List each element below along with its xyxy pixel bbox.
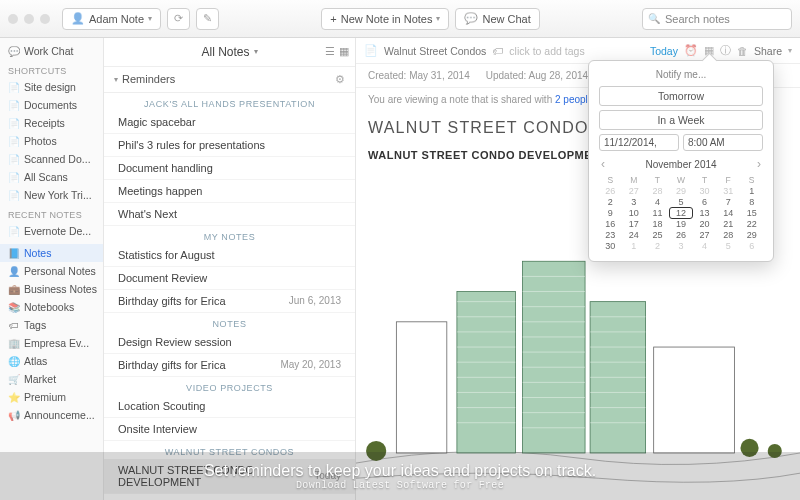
sidebar-nav-item[interactable]: 💼Business Notes xyxy=(0,280,103,298)
calendar-day[interactable]: 30 xyxy=(693,186,716,196)
note-row[interactable]: Meetings happen xyxy=(104,180,355,203)
calendar-day[interactable]: 2 xyxy=(599,197,622,207)
note-row[interactable]: Design Review session xyxy=(104,331,355,354)
sidebar-nav-item[interactable]: 📚Notebooks xyxy=(0,298,103,316)
calendar-day[interactable]: 9 xyxy=(599,208,622,218)
calendar-day[interactable]: 7 xyxy=(717,197,740,207)
notifications-button[interactable]: ✎ xyxy=(196,8,219,30)
note-row[interactable]: Onsite Interview xyxy=(104,418,355,441)
sidebar-item[interactable]: 📄Documents xyxy=(0,96,103,114)
calendar-day[interactable]: 16 xyxy=(599,219,622,229)
sidebar-nav-item[interactable]: 🛒Market xyxy=(0,370,103,388)
note-row[interactable]: Document handling xyxy=(104,157,355,180)
note-row[interactable]: Document Review xyxy=(104,267,355,290)
info-icon[interactable]: ⓘ xyxy=(720,43,731,58)
note-row[interactable]: Phil's 3 rules for presentations xyxy=(104,134,355,157)
calendar-day[interactable]: 26 xyxy=(599,186,622,196)
calendar-day[interactable]: 5 xyxy=(717,241,740,251)
calendar-day[interactable]: 15 xyxy=(740,208,763,218)
notify-in-a-week-button[interactable]: In a Week xyxy=(599,110,763,130)
calendar-day[interactable]: 28 xyxy=(717,230,740,240)
account-menu[interactable]: 👤 Adam Note ▾ xyxy=(62,8,161,30)
calendar-day[interactable]: 30 xyxy=(599,241,622,251)
calendar-day[interactable]: 27 xyxy=(623,186,646,196)
calendar-day[interactable]: 27 xyxy=(693,230,716,240)
note-row[interactable]: Birthday gifts for EricaJun 6, 2013 xyxy=(104,290,355,313)
calendar-day[interactable]: 6 xyxy=(693,197,716,207)
sidebar-item[interactable]: 📄Site design xyxy=(0,78,103,96)
calendar-day[interactable]: 22 xyxy=(740,219,763,229)
calendar-day[interactable]: 20 xyxy=(693,219,716,229)
note-row[interactable]: Magic spacebar xyxy=(104,111,355,134)
sidebar-nav-item[interactable]: 🌐Atlas xyxy=(0,352,103,370)
note-row[interactable]: WALNUT STREET CONDO DEVELOPMENTToday xyxy=(104,459,355,494)
new-note-button[interactable]: + New Note in Notes ▾ xyxy=(321,8,449,30)
calendar-day[interactable]: 18 xyxy=(646,219,669,229)
sidebar-nav-item[interactable]: 🏷Tags xyxy=(0,316,103,334)
prev-month-button[interactable]: ‹ xyxy=(601,157,605,171)
calendar-day[interactable]: 3 xyxy=(670,241,693,251)
calendar-day[interactable]: 1 xyxy=(623,241,646,251)
note-list-header[interactable]: All Notes ▾ ☰ ▦ xyxy=(104,38,355,67)
note-row[interactable]: What's Next xyxy=(104,203,355,226)
trash-icon[interactable]: 🗑 xyxy=(737,45,748,57)
reminders-section[interactable]: ▾ Reminders ⚙ xyxy=(104,67,355,93)
close-dot[interactable] xyxy=(8,14,18,24)
calendar-day[interactable]: 4 xyxy=(693,241,716,251)
calendar-day[interactable]: 23 xyxy=(599,230,622,240)
calendar-day[interactable]: 11 xyxy=(646,208,669,218)
gear-icon[interactable]: ⚙ xyxy=(335,73,345,86)
reminder-time-field[interactable]: 8:00 AM xyxy=(683,134,763,151)
calendar-day[interactable]: 10 xyxy=(623,208,646,218)
calendar-day[interactable]: 24 xyxy=(623,230,646,240)
sidebar-item-workchat[interactable]: 💬 Work Chat xyxy=(0,42,103,60)
calendar-day[interactable]: 6 xyxy=(740,241,763,251)
reminder-today-label[interactable]: Today xyxy=(650,45,678,57)
calendar-day[interactable]: 3 xyxy=(623,197,646,207)
calendar-day[interactable]: 26 xyxy=(670,230,693,240)
calendar-day[interactable]: 21 xyxy=(717,219,740,229)
new-chat-button[interactable]: 💬 New Chat xyxy=(455,8,539,30)
search-input[interactable]: Search notes xyxy=(642,8,792,30)
share-button[interactable]: Share xyxy=(754,45,782,57)
sidebar-nav-item[interactable]: 👤Personal Notes xyxy=(0,262,103,280)
sidebar-item[interactable]: 📄All Scans xyxy=(0,168,103,186)
sidebar-nav-item[interactable]: 📢Announceme... xyxy=(0,406,103,424)
list-view-icon[interactable]: ☰ xyxy=(325,45,335,58)
calendar-day[interactable]: 29 xyxy=(670,186,693,196)
calendar-day[interactable]: 25 xyxy=(646,230,669,240)
calendar-day[interactable]: 5 xyxy=(670,197,693,207)
calendar-day[interactable]: 28 xyxy=(646,186,669,196)
calendar-day[interactable]: 17 xyxy=(623,219,646,229)
sync-button[interactable]: ⟳ xyxy=(167,8,190,30)
zoom-dot[interactable] xyxy=(40,14,50,24)
sidebar-nav-item[interactable]: 📘Notes xyxy=(0,244,103,262)
calendar-day[interactable]: 1 xyxy=(740,186,763,196)
note-row[interactable]: Birthday gifts for EricaMay 20, 2013 xyxy=(104,354,355,377)
sidebar-item[interactable]: 📄Receipts xyxy=(0,114,103,132)
sidebar-nav-item[interactable]: 🏢Empresa Ev... xyxy=(0,334,103,352)
calendar-day[interactable]: 8 xyxy=(740,197,763,207)
calendar-day[interactable]: 12 xyxy=(670,208,693,218)
notify-tomorrow-button[interactable]: Tomorrow xyxy=(599,86,763,106)
note-row[interactable]: Location Scouting xyxy=(104,395,355,418)
reminder-date-field[interactable]: 11/12/2014, xyxy=(599,134,679,151)
tags-placeholder[interactable]: click to add tags xyxy=(509,45,584,57)
calendar-day[interactable]: 31 xyxy=(717,186,740,196)
tag-icon[interactable]: 🏷 xyxy=(492,45,503,57)
minimize-dot[interactable] xyxy=(24,14,34,24)
sidebar-item[interactable]: 📄Evernote De... xyxy=(0,222,103,240)
sidebar-nav-item[interactable]: ⭐Premium xyxy=(0,388,103,406)
calendar-day[interactable]: 4 xyxy=(646,197,669,207)
calendar-day[interactable]: 19 xyxy=(670,219,693,229)
grid-view-icon[interactable]: ▦ xyxy=(339,45,349,58)
calendar-day[interactable]: 14 xyxy=(717,208,740,218)
calendar-day[interactable]: 29 xyxy=(740,230,763,240)
calendar-day[interactable]: 2 xyxy=(646,241,669,251)
sidebar-item[interactable]: 📄Photos xyxy=(0,132,103,150)
note-row[interactable]: To-Do (original) xyxy=(104,494,355,500)
sidebar-item[interactable]: 📄Scanned Do... xyxy=(0,150,103,168)
calendar-day[interactable]: 13 xyxy=(693,208,716,218)
reminder-icon[interactable]: ⏰ xyxy=(684,44,698,57)
next-month-button[interactable]: › xyxy=(757,157,761,171)
